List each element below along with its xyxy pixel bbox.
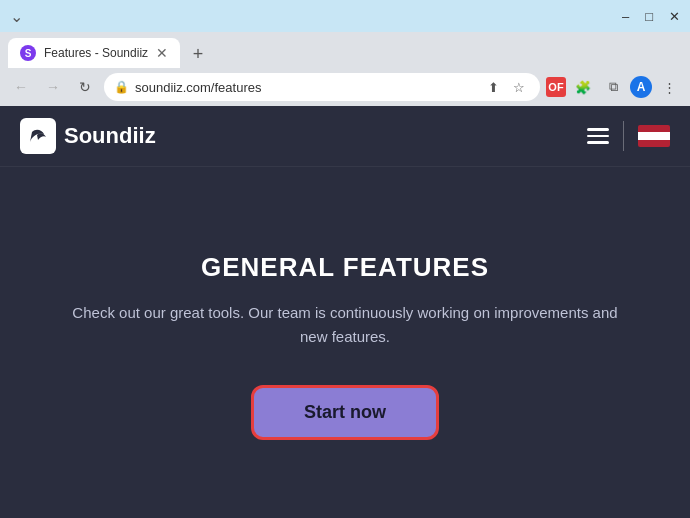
address-bar[interactable]: 🔒 soundiiz.com/features ⬆ ☆ <box>104 73 540 101</box>
logo-text: Soundiiz <box>64 123 156 149</box>
tab-favicon: S <box>20 45 36 61</box>
hero-section: GENERAL FEATURES Check out our great too… <box>0 167 690 518</box>
extension-of-icon[interactable]: OF <box>546 77 566 97</box>
hamburger-menu-button[interactable] <box>587 128 609 144</box>
profile-button[interactable]: A <box>630 76 652 98</box>
browser-chrome: S Features - Soundiiz ✕ + ← → ↻ 🔒 soundi… <box>0 32 690 106</box>
extensions-button[interactable]: 🧩 <box>570 74 596 100</box>
logo-icon <box>20 118 56 154</box>
os-chrome-right: – □ ✕ <box>622 9 680 24</box>
close-button[interactable]: ✕ <box>669 9 680 24</box>
site-nav: Soundiiz <box>0 106 690 167</box>
new-tab-button[interactable]: + <box>184 40 212 68</box>
tab-close-button[interactable]: ✕ <box>156 46 168 60</box>
soundiiz-logo-svg <box>24 122 52 150</box>
active-tab[interactable]: S Features - Soundiiz ✕ <box>8 38 180 68</box>
website-content: Soundiiz GENERAL FEATURES Check out our … <box>0 106 690 518</box>
tab-bar: S Features - Soundiiz ✕ + <box>0 32 690 68</box>
bookmark-icon[interactable]: ☆ <box>508 76 530 98</box>
window-button[interactable]: ⧉ <box>600 74 626 100</box>
chevron-down-icon[interactable]: ⌄ <box>10 7 23 26</box>
os-window-chrome: ⌄ – □ ✕ <box>0 0 690 32</box>
hero-subtitle: Check out our great tools. Our team is c… <box>65 301 625 349</box>
back-button[interactable]: ← <box>8 74 34 100</box>
hero-title: GENERAL FEATURES <box>201 252 489 283</box>
tab-title: Features - Soundiiz <box>44 46 148 60</box>
start-now-button[interactable]: Start now <box>251 385 439 440</box>
site-nav-right <box>587 121 670 151</box>
nav-divider <box>623 121 624 151</box>
svg-point-0 <box>32 132 34 134</box>
os-chrome-left: ⌄ <box>10 7 23 26</box>
share-icon[interactable]: ⬆ <box>482 76 504 98</box>
lock-icon: 🔒 <box>114 80 129 94</box>
maximize-button[interactable]: □ <box>645 9 653 24</box>
menu-button[interactable]: ⋮ <box>656 74 682 100</box>
toolbar-right: OF 🧩 ⧉ A ⋮ <box>546 74 682 100</box>
address-icons: ⬆ ☆ <box>482 76 530 98</box>
site-logo: Soundiiz <box>20 118 156 154</box>
minimize-button[interactable]: – <box>622 9 629 24</box>
reload-button[interactable]: ↻ <box>72 74 98 100</box>
forward-button[interactable]: → <box>40 74 66 100</box>
address-bar-row: ← → ↻ 🔒 soundiiz.com/features ⬆ ☆ OF 🧩 ⧉… <box>0 68 690 106</box>
url-text: soundiiz.com/features <box>135 80 476 95</box>
language-flag-button[interactable] <box>638 125 670 147</box>
